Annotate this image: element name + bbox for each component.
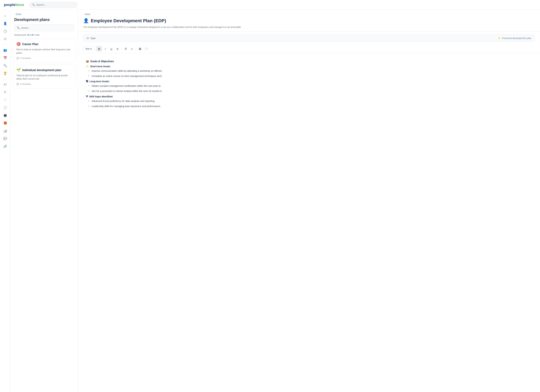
goals-heading: 📦 Goals & Objectives xyxy=(86,60,532,63)
sidebar-item-chat[interactable]: 💬 xyxy=(2,135,9,142)
plan-card-career[interactable]: 🎯 Career Plan Plan to help an employee a… xyxy=(13,39,75,63)
career-plan-name: Career Plan xyxy=(22,43,38,46)
editor-toolbar: Text ▾ B I U S ☰ ≡ xyxy=(78,45,540,53)
sidebar-item-clock[interactable]: 🕐 xyxy=(2,28,9,35)
sidebar-item-home[interactable]: ⌂ xyxy=(2,12,9,19)
type-tag-icon: 🏷 xyxy=(87,37,89,40)
underline-button[interactable]: U xyxy=(109,46,114,52)
edp-title-icon: 👤 xyxy=(83,18,89,23)
right-panel-desc: The Employee Development Plan (EDP) is a… xyxy=(83,25,535,29)
sidebar-item-chart[interactable]: 📊 xyxy=(2,127,9,134)
long-term-icon: 🏗 xyxy=(86,80,88,83)
topbar: peopleforce 🔍 xyxy=(0,0,540,10)
panel-title: Development plans xyxy=(14,17,74,22)
global-search-bar[interactable]: 🔍 xyxy=(29,2,78,8)
plan-card-individual[interactable]: 🌱 Individual development plan Tailored p… xyxy=(13,65,75,89)
display-suffix: in total xyxy=(33,34,40,36)
bullet-list-icon: ☰ xyxy=(125,47,127,50)
panel-search-input[interactable] xyxy=(21,27,72,29)
skills-icon: ⚒ xyxy=(86,95,88,98)
type-label-text: Type xyxy=(90,37,96,40)
plan-card-individual-title: 🌱 Individual development plan xyxy=(16,68,72,72)
individual-plan-templates: 📋 3 Templates xyxy=(16,83,72,85)
skills-heading: ⚒ Skill Gaps Identified: xyxy=(86,95,532,98)
long-term-heading: 🏗 Long-term Goals: xyxy=(86,80,532,83)
strikethrough-button[interactable]: S xyxy=(115,46,120,52)
list-item: Aim for a promotion to Senior Analyst wi… xyxy=(88,89,532,93)
sidebar-item-share[interactable]: 🔗 xyxy=(2,143,9,150)
right-panel: ‹ Back 👤 Employee Development Plan (EDP)… xyxy=(78,10,540,392)
sidebar-item-check[interactable]: ☑ xyxy=(2,35,9,43)
type-label: 🏷 Type xyxy=(87,37,96,40)
bullet-list-button[interactable]: ☰ xyxy=(123,46,129,52)
logo-force: force xyxy=(15,3,24,7)
sidebar-item-heart[interactable]: ♡ xyxy=(2,96,9,104)
italic-button[interactable]: I xyxy=(103,46,108,52)
sidebar-item-time[interactable]: ⏱ xyxy=(2,89,9,96)
sidebar-item-document[interactable]: 📄 xyxy=(2,104,9,111)
panel-header: ‹ Back Development plans xyxy=(10,10,78,25)
main-layout: ⌂ 👤 🕐 ☑ 👥 📅 🔍 🏆 🏷 ⏱ ♡ 📄 👨‍👩‍👧 🎁 📊 💬 🔗 ‹ … xyxy=(0,10,540,392)
sidebar-item-search-expand[interactable]: 🔍 xyxy=(2,62,9,69)
sidebar-divider-1 xyxy=(3,45,8,45)
text-style-dropdown[interactable]: Text ▾ xyxy=(83,46,94,51)
skills-list: Advanced Excel proficiency for data anal… xyxy=(86,99,532,108)
sidebar-item-team[interactable]: 👥 xyxy=(2,47,9,54)
type-value-text: Personal development plan xyxy=(502,37,531,40)
sidebar-item-tag[interactable]: 🏷 xyxy=(2,81,9,88)
career-templates-count: 3 Templates xyxy=(20,57,31,59)
individual-plan-name: Individual development plan xyxy=(22,69,61,72)
list-item: Complete an online course on time manage… xyxy=(88,74,532,78)
back-label-right: Back xyxy=(85,13,90,15)
back-button-left[interactable]: ‹ Back xyxy=(14,13,74,15)
short-term-list: Improve communication skills by attendin… xyxy=(86,69,532,78)
list-item: Leadership skills for managing team dyna… xyxy=(88,104,532,108)
toolbar-separator-1 xyxy=(95,47,95,51)
display-of: of xyxy=(29,34,31,36)
numbered-list-button[interactable]: ≡ xyxy=(129,46,135,52)
file-button[interactable]: 📄 xyxy=(144,46,149,52)
sidebar-item-gift[interactable]: 🎁 xyxy=(2,119,9,127)
back-chevron-left: ‹ xyxy=(15,13,16,15)
career-plan-desc: Plan to help an employee achieve their l… xyxy=(16,48,72,55)
back-button-right[interactable]: ‹ Back xyxy=(83,13,535,15)
global-search-input[interactable] xyxy=(36,3,75,6)
list-item: Obtain a project management certificatio… xyxy=(88,84,532,88)
templates-icon-career: 📋 xyxy=(16,57,19,59)
display-total: 4 xyxy=(32,34,33,36)
text-style-chevron: ▾ xyxy=(90,48,92,50)
individual-templates-count: 3 Templates xyxy=(20,83,31,85)
bold-button[interactable]: B xyxy=(96,46,102,52)
individual-plan-icon: 🌱 xyxy=(16,68,21,72)
back-chevron-right: ‹ xyxy=(84,13,85,15)
sidebar-item-person[interactable]: 👤 xyxy=(2,20,9,27)
numbered-list-icon: ≡ xyxy=(131,48,133,50)
logo: peopleforce xyxy=(4,3,24,7)
type-value: ✨ Personal development plan xyxy=(498,37,531,40)
short-term-label: Short-term Goals: xyxy=(90,65,111,68)
sidebar-icons: ⌂ 👤 🕐 ☑ 👥 📅 🔍 🏆 🏷 ⏱ ♡ 📄 👨‍👩‍👧 🎁 📊 💬 🔗 xyxy=(0,10,10,392)
toolbar-separator-3 xyxy=(136,47,136,51)
career-plan-icon: 🎯 xyxy=(16,42,21,46)
left-panel: ‹ Back Development plans 🔍 Displaying 1 … xyxy=(10,10,78,392)
skills-heading-text: Skill Gaps Identified: xyxy=(89,95,113,98)
right-panel-header: ‹ Back 👤 Employee Development Plan (EDP)… xyxy=(78,10,540,32)
image-button[interactable]: 🖼 xyxy=(137,46,143,52)
sidebar-item-org[interactable]: 👨‍👩‍👧 xyxy=(2,112,9,119)
display-text: Displaying xyxy=(14,34,24,36)
list-item: Advanced Excel proficiency for data anal… xyxy=(88,99,532,103)
sidebar-divider-2 xyxy=(3,79,8,79)
panel-search-bar[interactable]: 🔍 xyxy=(14,25,74,31)
editor-content: 📦 Goals & Objectives ✨ Short-term Goals:… xyxy=(78,53,540,392)
short-term-icon: ✨ xyxy=(86,65,89,68)
back-label-left: Back xyxy=(16,13,21,15)
long-term-list: Obtain a project management certificatio… xyxy=(86,84,532,93)
templates-icon-individual: 📋 xyxy=(16,83,19,85)
type-value-icon: ✨ xyxy=(498,37,501,40)
goals-heading-text: Goals & Objectives xyxy=(90,60,114,63)
sidebar-item-trophy[interactable]: 🏆 xyxy=(2,70,9,77)
logo-people: people xyxy=(4,3,15,7)
strike-label: S xyxy=(117,48,118,50)
plan-card-career-title: 🎯 Career Plan xyxy=(16,42,72,46)
sidebar-item-calendar[interactable]: 📅 xyxy=(2,54,9,61)
